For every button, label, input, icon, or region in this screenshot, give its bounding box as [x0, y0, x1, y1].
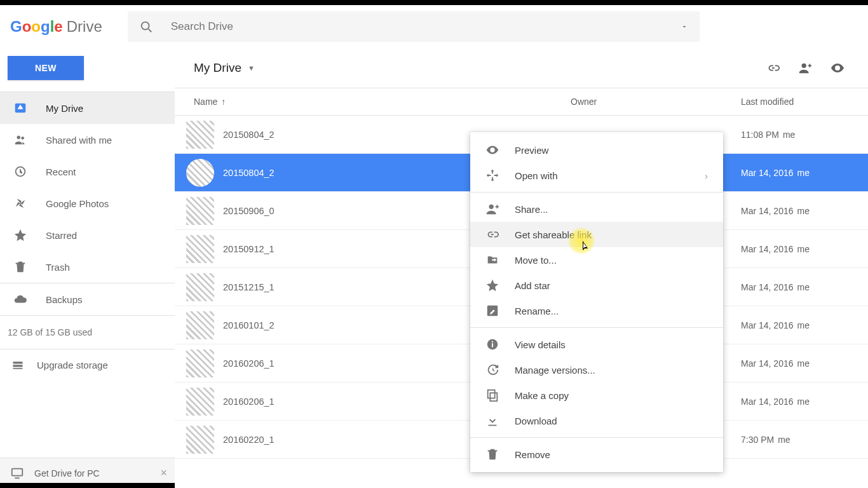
svg-point-11 [802, 64, 806, 68]
column-headers: Name↑ Owner Last modified [175, 88, 868, 116]
sidebar-item-label: Recent [46, 166, 76, 177]
col-owner[interactable]: Owner [571, 97, 741, 107]
pinwheel-icon [13, 196, 28, 211]
sidebar-item-trash[interactable]: Trash [0, 251, 175, 283]
menu-item-label: Share... [515, 204, 708, 215]
svg-point-4 [21, 137, 24, 140]
file-modified: Mar 14, 2016me [741, 396, 868, 407]
menu-item-preview[interactable]: Preview [470, 137, 723, 163]
file-thumbnail [186, 349, 214, 377]
upgrade-storage[interactable]: Upgrade storage [0, 349, 175, 381]
sidebar-item-starred[interactable]: Starred [0, 219, 175, 251]
storage-text: 12 GB of 15 GB used [0, 316, 175, 349]
search-bar[interactable] [128, 11, 700, 42]
svg-line-1 [148, 29, 151, 32]
file-thumbnail [186, 388, 214, 416]
menu-item-move-to[interactable]: Move to... [470, 247, 723, 273]
menu-separator [470, 192, 723, 193]
menu-item-manage-versions[interactable]: Manage versions... [470, 357, 723, 383]
svg-point-0 [141, 22, 149, 30]
col-name[interactable]: Name↑ [194, 97, 571, 107]
new-button[interactable]: NEW [8, 56, 84, 80]
menu-item-rename[interactable]: Rename... [470, 298, 723, 323]
menu-item-share[interactable]: Share... [470, 196, 723, 222]
menu-item-label: Open with [515, 170, 705, 181]
menu-item-label: Add star [515, 280, 708, 291]
drive-icon [13, 100, 28, 116]
context-menu: PreviewOpen with›Share...Get shareable l… [470, 132, 723, 472]
link-icon [485, 227, 499, 241]
file-actions [766, 60, 845, 76]
share-icon[interactable] [798, 61, 812, 75]
storage-icon [11, 359, 27, 372]
people-icon [13, 132, 28, 147]
download-icon [485, 414, 499, 428]
menu-item-remove[interactable]: Remove [470, 442, 723, 467]
sidebar-item-recent[interactable]: Recent [0, 156, 175, 187]
breadcrumb[interactable]: My Drive ▼ [194, 61, 255, 75]
preview-icon[interactable] [830, 60, 845, 76]
file-modified: Mar 14, 2016me [741, 358, 868, 369]
menu-item-label: Move to... [515, 255, 708, 266]
menu-item-label: Preview [515, 145, 708, 156]
menu-item-download[interactable]: Download [470, 408, 723, 433]
search-input[interactable] [171, 20, 681, 33]
star-icon [13, 227, 28, 243]
menu-item-open-with[interactable]: Open with› [470, 163, 723, 188]
sort-asc-icon: ↑ [221, 97, 226, 107]
menu-item-make-a-copy[interactable]: Make a copy [470, 383, 723, 408]
svg-rect-8 [13, 368, 23, 369]
trash-icon [13, 259, 28, 274]
sidebar-item-my-drive[interactable]: My Drive [0, 92, 175, 124]
svg-rect-9 [12, 468, 23, 475]
close-icon[interactable]: × [160, 466, 167, 480]
sidebar-item-label: Starred [46, 230, 77, 241]
breadcrumb-label: My Drive [194, 61, 241, 75]
sidebar-item-label: Google Photos [46, 198, 109, 209]
nav: My DriveShared with meRecentGoogle Photo… [0, 92, 175, 283]
sidebar-item-shared-with-me[interactable]: Shared with me [0, 124, 175, 156]
file-thumbnail [186, 235, 214, 263]
letterbox-top [0, 0, 868, 5]
search-icon [139, 20, 153, 34]
svg-point-3 [17, 136, 21, 140]
file-thumbnail [186, 159, 214, 187]
clock-icon [13, 164, 28, 179]
svg-rect-15 [492, 343, 493, 347]
monitor-icon [10, 466, 24, 480]
svg-point-12 [489, 205, 494, 209]
menu-item-label: Get shareable link [515, 229, 708, 240]
sidebar: NEW My DriveShared with meRecentGoogle P… [0, 48, 175, 488]
sidebar-item-google-photos[interactable]: Google Photos [0, 187, 175, 219]
file-thumbnail [186, 273, 214, 301]
sidebar-item-label: Shared with me [46, 135, 112, 146]
file-thumbnail [186, 121, 214, 149]
google-drive-logo[interactable]: Google Drive [10, 18, 102, 36]
pencil-box-icon [485, 304, 499, 318]
product-name: Drive [67, 18, 102, 36]
trash-icon [485, 447, 499, 461]
upgrade-label: Upgrade storage [37, 360, 108, 370]
workspace: NEW My DriveShared with meRecentGoogle P… [0, 48, 868, 488]
search-options-dropdown-icon[interactable] [681, 23, 688, 30]
header: Google Drive [0, 5, 868, 48]
sidebar-item-backups[interactable]: Backups [0, 283, 175, 315]
menu-item-view-details[interactable]: View details [470, 332, 723, 357]
main: My Drive ▼ Name↑ Owner Last modified 201… [175, 48, 868, 488]
svg-point-16 [492, 341, 493, 342]
star-icon [485, 278, 499, 292]
file-thumbnail [186, 197, 214, 225]
menu-item-get-shareable-link[interactable]: Get shareable link [470, 222, 723, 247]
file-modified: Mar 14, 2016me [741, 244, 868, 254]
sidebar-item-label: My Drive [46, 103, 83, 114]
menu-item-label: Download [515, 416, 708, 426]
file-thumbnail [186, 426, 214, 454]
col-modified[interactable]: Last modified [741, 97, 868, 107]
info-icon [485, 337, 499, 351]
menu-item-label: View details [515, 339, 708, 350]
get-link-icon[interactable] [766, 61, 780, 75]
menu-item-add-star[interactable]: Add star [470, 273, 723, 298]
move-arrows-icon [485, 168, 499, 182]
svg-rect-6 [13, 362, 23, 363]
toolbar-row: My Drive ▼ [175, 48, 868, 88]
